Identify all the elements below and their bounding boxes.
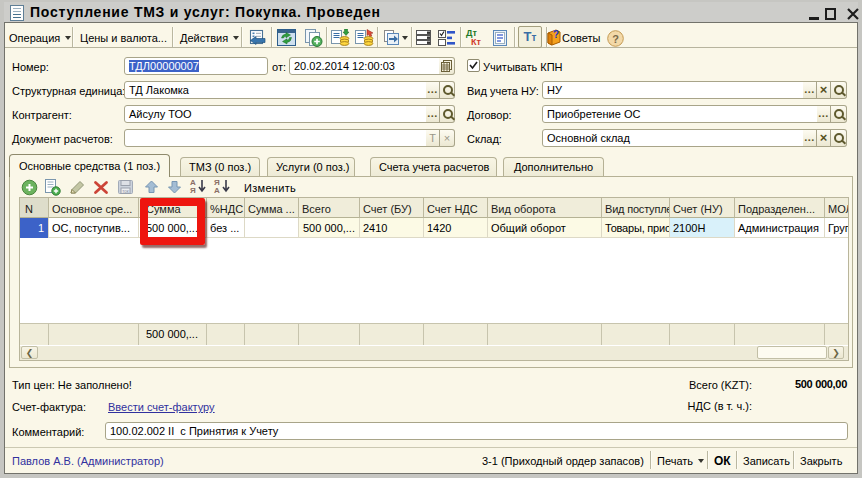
svg-text:ток: ток — [122, 189, 129, 194]
svg-text:?: ? — [612, 33, 619, 45]
svg-text:?: ? — [553, 29, 559, 40]
